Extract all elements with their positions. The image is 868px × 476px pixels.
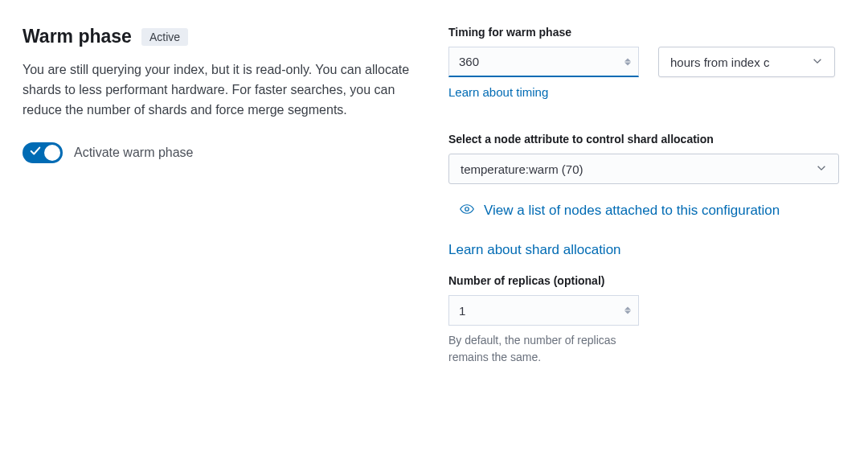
node-attribute-select[interactable]: temperature:warm (70) [448, 154, 839, 184]
replicas-help-text: By default, the number of replicas remai… [448, 332, 649, 366]
node-attribute-label: Select a node attribute to control shard… [448, 133, 839, 146]
phase-description: You are still querying your index, but i… [23, 60, 432, 120]
timing-unit-select[interactable]: hours from index c [658, 47, 835, 77]
learn-shard-allocation-link[interactable]: Learn about shard allocation [448, 242, 839, 258]
learn-timing-link[interactable]: Learn about timing [448, 85, 548, 99]
timing-unit-value: hours from index c [670, 55, 769, 69]
toggle-label: Activate warm phase [74, 146, 194, 160]
view-nodes-link[interactable]: View a list of nodes attached to this co… [484, 203, 780, 219]
replicas-label: Number of replicas (optional) [448, 274, 839, 287]
timing-input[interactable] [448, 47, 639, 77]
check-icon [30, 146, 39, 155]
chevron-down-icon [816, 162, 827, 176]
timing-label: Timing for warm phase [448, 26, 839, 39]
activate-warm-toggle[interactable] [23, 142, 63, 163]
node-attribute-value: temperature:warm (70) [461, 162, 583, 176]
status-badge: Active [141, 28, 188, 46]
replicas-input[interactable] [448, 295, 639, 326]
chevron-down-icon [812, 55, 823, 69]
eye-icon [460, 202, 474, 220]
svg-point-0 [465, 207, 469, 211]
phase-title: Warm phase [23, 26, 132, 47]
